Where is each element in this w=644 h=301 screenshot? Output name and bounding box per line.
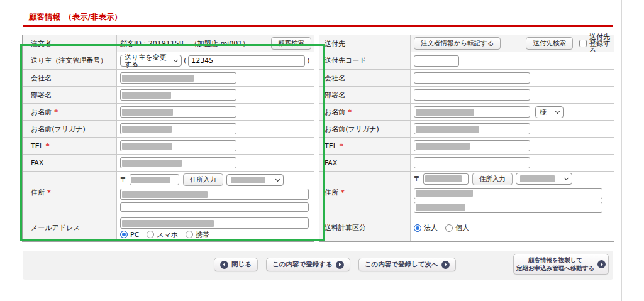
page: 顧客情報（表示/非表示） 注文者 顧客ID：20191158 （加盟店:mi00…: [0, 0, 644, 301]
close-button[interactable]: 閉じる: [214, 258, 258, 271]
container-right-border: [621, 0, 622, 301]
shipping-tel-row: TEL*: [319, 138, 614, 155]
orderer-address-row: 住所* 〒 住所入力: [23, 172, 314, 214]
shipping-address2-input[interactable]: [414, 202, 602, 213]
register-button[interactable]: この内容で登録する: [266, 258, 350, 271]
orderer-fax-row: FAX: [23, 155, 314, 172]
orderer-tel-input[interactable]: [120, 140, 236, 151]
shipping-code-row: 送付先コード: [319, 52, 614, 70]
shipping-name-label: お名前: [325, 109, 345, 116]
orderer-prefecture-select[interactable]: [226, 174, 284, 186]
redacted-value: [520, 175, 555, 182]
shipping-fax-row: FAX: [319, 155, 614, 172]
show-hide-toggle[interactable]: （表示/非表示）: [64, 12, 122, 21]
order-management-number-input[interactable]: [188, 55, 305, 67]
shipping-fee-label: 送料計算区分: [319, 214, 411, 241]
email-type-pc-label: PC: [130, 231, 139, 238]
shipping-search-button[interactable]: 送付先検索: [526, 37, 573, 50]
required-mark: *: [47, 189, 51, 196]
email-type-mobile-radio[interactable]: [186, 231, 193, 238]
orderer-company-row: 会社名: [23, 70, 314, 87]
orderer-name-row: お名前*: [23, 104, 314, 121]
orderer-company-label: 会社名: [23, 70, 117, 86]
shipping-name-input[interactable]: [414, 106, 530, 118]
shipping-name-row: お名前* 様: [319, 104, 614, 121]
shipping-address-lookup-button[interactable]: 住所入力: [472, 173, 513, 185]
email-type-smartphone-label: スマホ: [157, 231, 178, 238]
orderer-kana-input[interactable]: [120, 123, 236, 134]
fee-individual-label: 個人: [455, 224, 469, 231]
shipping-address1-input[interactable]: [414, 188, 602, 199]
orderer-customer-id: 顧客ID：20191158 （加盟店:mi001）: [120, 40, 249, 47]
email-type-pc-radio[interactable]: [120, 231, 128, 238]
orderer-postal-input[interactable]: [130, 174, 179, 185]
shipping-company-input[interactable]: [414, 72, 530, 84]
shipping-company-row: 会社名: [319, 70, 614, 87]
fee-individual-radio[interactable]: [445, 224, 453, 232]
orderer-company-input[interactable]: [120, 72, 236, 84]
shipping-address-row: 住所* 〒 住所入力: [319, 172, 614, 214]
register-and-next-button[interactable]: この内容で登録して次へ: [358, 258, 456, 271]
email-type-smartphone-radio[interactable]: [147, 231, 154, 238]
section-title: 顧客情報（表示/非表示）: [29, 13, 122, 21]
orderer-tel-label: TEL: [31, 143, 43, 150]
orderer-fax-label: FAX: [23, 155, 117, 171]
orderer-address-lookup-button[interactable]: 住所入力: [183, 173, 223, 186]
orderer-address-label: 住所: [31, 189, 45, 196]
orderer-kana-row: お名前(フリガナ): [23, 121, 314, 138]
shipping-kana-label: お名前(フリガナ): [319, 121, 411, 137]
shipping-register-label: 送付先登録する: [589, 33, 614, 54]
footer-nav-group: 閉じる この内容で登録する この内容で登録して次へ: [214, 258, 456, 271]
shipping-address-label: 住所: [325, 189, 338, 196]
shipping-tel-input[interactable]: [414, 140, 530, 151]
orderer-fax-input[interactable]: [120, 157, 236, 168]
sender-change-select[interactable]: 送り主を変更する: [120, 55, 182, 67]
fee-corporate-radio[interactable]: [414, 224, 421, 232]
customer-search-button[interactable]: 顧客検索: [271, 37, 311, 50]
chevron-down-icon: [564, 176, 569, 180]
orderer-tel-row: TEL*: [23, 138, 314, 155]
shipping-fax-label: FAX: [319, 155, 411, 171]
orderer-name-input[interactable]: [120, 106, 236, 118]
orderer-section-label: 注文者: [23, 35, 117, 52]
orderer-department-input[interactable]: [120, 89, 236, 101]
shipping-code-label: 送付先コード: [319, 52, 411, 69]
orderer-department-row: 部署名: [23, 87, 314, 104]
postal-mark: 〒: [120, 177, 127, 183]
shipping-company-label: 会社名: [319, 70, 411, 86]
copy-from-orderer-button[interactable]: 注文者情報から転記する: [414, 37, 501, 50]
required-mark: *: [348, 109, 352, 116]
email-type-mobile-label: 携帯: [196, 231, 209, 238]
arrow-right-icon: [336, 261, 344, 269]
chevron-down-icon: [275, 177, 280, 181]
shipping-kana-row: お名前(フリガナ): [319, 121, 614, 138]
orderer-sender-row: 送り主（注文管理番号） 送り主を変更する ( ): [23, 52, 314, 70]
shipping-table: 送付先 注文者情報から転記する 送付先検索 送付先登録する 送付先コード 会社名…: [319, 35, 614, 242]
orderer-header-row: 注文者 顧客ID：20191158 （加盟店:mi001） 顧客検索: [23, 35, 314, 52]
paren-open: (: [184, 57, 186, 64]
arrow-right-icon: [597, 260, 606, 268]
orderer-address1-input[interactable]: [120, 189, 309, 200]
redacted-value: [231, 177, 265, 183]
chevron-down-icon: [555, 109, 560, 113]
shipping-tel-label: TEL: [325, 143, 337, 150]
shipping-code-input[interactable]: [414, 55, 459, 67]
orderer-email-label: メールアドレス: [23, 214, 117, 241]
shipping-department-row: 部署名: [319, 87, 614, 104]
shipping-fax-input[interactable]: [414, 157, 530, 168]
shipping-department-input[interactable]: [414, 89, 530, 101]
honorific-select[interactable]: 様: [535, 106, 564, 118]
arrow-right-icon: [441, 261, 450, 269]
orderer-name-label: お名前: [31, 109, 52, 116]
fee-corporate-label: 法人: [424, 224, 438, 231]
orderer-email-row: メールアドレス PC スマホ 携帯: [23, 214, 314, 241]
chevron-down-icon: [174, 58, 178, 62]
duplicate-to-subscription-button[interactable]: 顧客情報を複製して 定期お申込み管理へ移動する: [513, 254, 609, 275]
shipping-kana-input[interactable]: [414, 123, 530, 134]
shipping-prefecture-select[interactable]: [516, 173, 572, 185]
shipping-postal-input[interactable]: [423, 173, 469, 185]
required-mark: *: [46, 143, 50, 150]
orderer-address2-input[interactable]: [120, 202, 309, 212]
shipping-register-checkbox[interactable]: [579, 40, 587, 47]
orderer-email-input[interactable]: [120, 217, 309, 229]
